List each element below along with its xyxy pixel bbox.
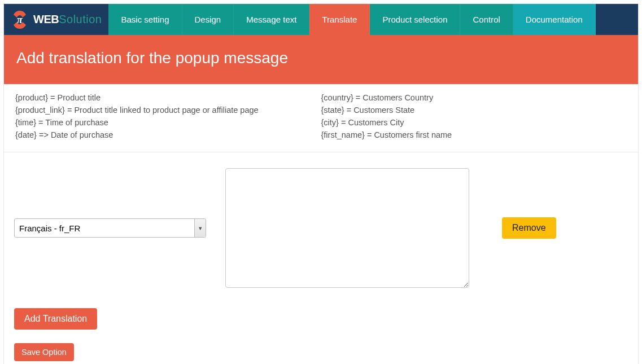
remove-button[interactable]: Remove [502,217,556,239]
add-translation-button[interactable]: Add Translation [14,308,97,330]
variables-legend: {product} = Product title {product_link}… [4,84,638,152]
brand-logo-icon: π [8,8,31,31]
legend-item: {first_name} = Customers first name [321,129,627,141]
tab-control[interactable]: Control [460,4,513,35]
translation-text[interactable] [225,168,469,288]
legend-left: {product} = Product title {product_link}… [15,92,321,142]
legend-item: {product_link} = Product title linked to… [15,104,321,116]
tab-design[interactable]: Design [182,4,234,35]
legend-item: {country} = Customers Country [321,92,627,104]
brand-text-web: WEB [33,13,59,26]
legend-item: {city} = Customers City [321,117,627,129]
save-option-button[interactable]: Save Option [14,343,74,361]
tab-documentation[interactable]: Documentation [513,4,596,35]
legend-item: {date} => Date of purchase [15,129,321,141]
language-select[interactable]: Français - fr_FR [14,218,206,238]
brand: π WEB Solution [4,4,108,35]
main-tabs: Basic setting Design Message text Transl… [108,4,595,35]
tab-product-selection[interactable]: Product selection [370,4,460,35]
brand-text-sol: Solution [59,13,102,26]
legend-item: {product} = Product title [15,92,321,104]
tab-translate[interactable]: Translate [309,4,370,35]
legend-item: {state} = Customers State [321,104,627,116]
tab-message-text[interactable]: Message text [234,4,309,35]
page-title: Add translation for the popup message [4,35,638,84]
tab-basic-setting[interactable]: Basic setting [108,4,182,35]
translation-row: Français - fr_FR ▾ Remove [14,168,628,288]
legend-right: {country} = Customers Country {state} = … [321,92,627,142]
legend-item: {time} = Time of purchase [15,117,321,129]
svg-text:π: π [17,14,23,25]
